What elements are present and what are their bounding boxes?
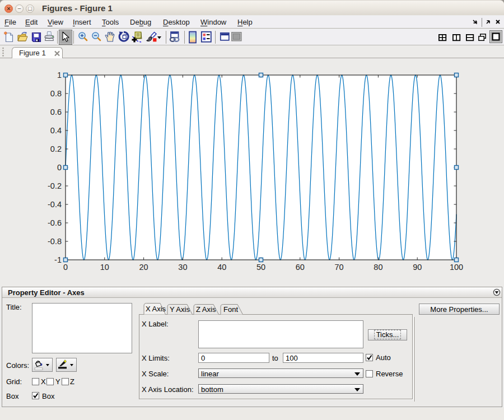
svg-text:20: 20 (139, 263, 148, 272)
svg-text:50: 50 (256, 263, 265, 272)
svg-text:-0.4: -0.4 (48, 200, 62, 209)
svg-text:0.8: 0.8 (50, 89, 62, 98)
svg-text:0: 0 (63, 263, 68, 272)
svg-text:70: 70 (335, 263, 344, 272)
svg-text:0.2: 0.2 (50, 144, 62, 153)
svg-text:0.4: 0.4 (50, 126, 62, 135)
svg-text:-0.6: -0.6 (48, 218, 62, 227)
svg-text:-0.2: -0.2 (48, 181, 62, 190)
svg-text:0: 0 (57, 163, 62, 172)
svg-text:40: 40 (217, 263, 226, 272)
svg-text:100: 100 (450, 263, 463, 272)
svg-text:10: 10 (100, 263, 109, 272)
svg-text:-0.8: -0.8 (48, 237, 62, 246)
svg-text:30: 30 (178, 263, 187, 272)
svg-text:-1: -1 (54, 255, 62, 264)
svg-text:90: 90 (413, 263, 422, 272)
svg-text:1: 1 (57, 71, 62, 80)
svg-text:60: 60 (296, 263, 305, 272)
svg-text:0.6: 0.6 (50, 108, 62, 116)
svg-text:80: 80 (374, 263, 382, 272)
